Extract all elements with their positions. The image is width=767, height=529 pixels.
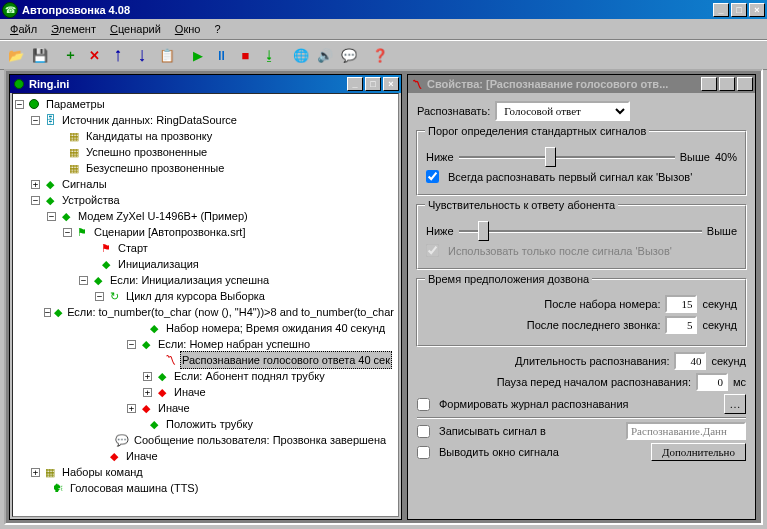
node-candidates[interactable]: ▦Кандидаты на прозвонку: [15, 128, 396, 144]
show-signal-window-checkbox[interactable]: [417, 446, 430, 459]
node-tts[interactable]: 🗣Голосовая машина (TTS): [15, 480, 396, 496]
menu-window[interactable]: Окно: [169, 21, 207, 37]
tool-move-down[interactable]: ⭣: [131, 44, 154, 66]
props-minimize-button[interactable]: _: [701, 77, 717, 91]
sensitivity-slider[interactable]: [459, 221, 702, 241]
props-close-button[interactable]: ×: [737, 77, 753, 91]
after-ring-input[interactable]: [665, 316, 697, 334]
node-cycle[interactable]: −↻Цикл для курсора Выборка: [15, 288, 396, 304]
props-maximize-button[interactable]: □: [719, 77, 735, 91]
tool-chat[interactable]: 💬: [337, 44, 360, 66]
higher-label: Выше: [680, 151, 710, 163]
table-icon: ▦: [67, 145, 81, 159]
node-scenarii[interactable]: −⚑Сценарии [Автопрозвонка.srt]: [15, 224, 396, 240]
tool-stop[interactable]: ■: [234, 44, 257, 66]
node-modem[interactable]: −◆Модем ZyXel U-1496B+ (Пример): [15, 208, 396, 224]
toolbar: 📂 💾 ＋ ✕ ⭡ ⭣ 📋 ▶ ⏸ ■ ⭳ 🌐 🔊 💬 ❓: [0, 40, 767, 70]
expander-icon[interactable]: −: [79, 276, 88, 285]
rec-length-input[interactable]: [674, 352, 706, 370]
expander-icon[interactable]: −: [15, 100, 24, 109]
node-if-answer[interactable]: +◆Если: Абонент поднял трубку: [15, 368, 396, 384]
maximize-button[interactable]: □: [731, 3, 747, 17]
menu-help[interactable]: ?: [208, 21, 226, 37]
tool-globe[interactable]: 🌐: [289, 44, 312, 66]
tool-save[interactable]: 💾: [28, 44, 51, 66]
node-success[interactable]: ▦Успешно прозвоненные: [15, 144, 396, 160]
expander-icon[interactable]: +: [143, 372, 152, 381]
tool-audio[interactable]: 🔊: [313, 44, 336, 66]
menu-scenario[interactable]: Сценарий: [104, 21, 167, 37]
expander-icon[interactable]: −: [127, 340, 136, 349]
write-signal-path: [626, 422, 746, 440]
expander-icon[interactable]: +: [31, 180, 40, 189]
form-log-label: Формировать журнал распознавания: [439, 398, 719, 410]
tool-open[interactable]: 📂: [4, 44, 27, 66]
ring-ini-titlebar[interactable]: Ring.ini _ □ ×: [10, 75, 401, 93]
close-button[interactable]: ×: [749, 3, 765, 17]
expander-icon[interactable]: −: [44, 308, 51, 317]
properties-body: Распознавать: Голосовой ответ Порог опре…: [410, 93, 753, 517]
write-signal-checkbox[interactable]: [417, 425, 430, 438]
node-signals[interactable]: +◆Сигналы: [15, 176, 396, 192]
tool-delete[interactable]: ✕: [83, 44, 106, 66]
ring-close-button[interactable]: ×: [383, 77, 399, 91]
pause-input[interactable]: [696, 373, 728, 391]
after-ring-label: После последнего звонка:: [527, 319, 661, 331]
form-log-checkbox[interactable]: [417, 398, 430, 411]
node-start[interactable]: ⚑Старт: [15, 240, 396, 256]
node-cmdsets[interactable]: +▦Наборы команд: [15, 464, 396, 480]
expander-icon[interactable]: +: [127, 404, 136, 413]
node-init[interactable]: ◆Инициализация: [15, 256, 396, 272]
ring-ini-title: Ring.ini: [29, 78, 347, 90]
minimize-button[interactable]: _: [713, 3, 729, 17]
node-dialset[interactable]: ◆Набор номера; Время ожидания 40 секунд: [15, 320, 396, 336]
threshold-slider[interactable]: [459, 147, 675, 167]
expander-icon[interactable]: −: [31, 116, 40, 125]
menu-file[interactable]: Файл: [4, 21, 43, 37]
window-properties[interactable]: 〽 Свойства: [Распознавание голосового от…: [407, 74, 756, 520]
tool-add[interactable]: ＋: [59, 44, 82, 66]
menu-file-label: айл: [18, 23, 37, 35]
after-dial-input[interactable]: [665, 295, 697, 313]
tool-pause[interactable]: ⏸: [210, 44, 233, 66]
expander-icon[interactable]: +: [143, 388, 152, 397]
expander-icon[interactable]: +: [31, 468, 40, 477]
node-params[interactable]: −Параметры: [15, 96, 396, 112]
tool-move-up[interactable]: ⭡: [107, 44, 130, 66]
node-usermsg[interactable]: 💬Сообщение пользователя: Прозвонка завер…: [15, 432, 396, 448]
tool-copy[interactable]: 📋: [155, 44, 178, 66]
tool-step[interactable]: ⭳: [258, 44, 281, 66]
more-button[interactable]: Дополнительно: [651, 443, 746, 461]
chart-icon: 〽: [410, 77, 424, 91]
tool-about[interactable]: ❓: [368, 44, 391, 66]
node-fail[interactable]: ▦Безуспешно прозвоненные: [15, 160, 396, 176]
window-ring-ini[interactable]: Ring.ini _ □ × −Параметры −🗄Источник дан…: [9, 74, 402, 520]
script-icon: ⚑: [75, 225, 89, 239]
expander-icon[interactable]: −: [31, 196, 40, 205]
expander-icon[interactable]: −: [47, 212, 56, 221]
node-else1[interactable]: +◆Иначе: [15, 384, 396, 400]
node-if-dialed[interactable]: −◆Если: Номер набран успешно: [15, 336, 396, 352]
node-if-init[interactable]: −◆Если: Инициализация успешна: [15, 272, 396, 288]
tree-view[interactable]: −Параметры −🗄Источник данных: RingDataSo…: [12, 93, 399, 517]
expander-icon[interactable]: −: [95, 292, 104, 301]
node-datasource[interactable]: −🗄Источник данных: RingDataSource: [15, 112, 396, 128]
ring-minimize-button[interactable]: _: [347, 77, 363, 91]
group-assume: Время предположения дозвона После набора…: [417, 279, 746, 346]
node-devices[interactable]: −◆Устройства: [15, 192, 396, 208]
node-else3[interactable]: ◆Иначе: [15, 448, 396, 464]
recognize-select[interactable]: Голосовой ответ: [495, 101, 630, 121]
lower-label: Ниже: [426, 151, 454, 163]
tool-run[interactable]: ▶: [186, 44, 209, 66]
menu-element[interactable]: Элемент: [45, 21, 102, 37]
log-browse-button[interactable]: …: [724, 394, 746, 414]
properties-titlebar[interactable]: 〽 Свойства: [Распознавание голосового от…: [408, 75, 755, 93]
node-if-tonum[interactable]: −◆Если: to_number(to_char (now (), "H4")…: [15, 304, 396, 320]
diamond-icon: ◆: [43, 193, 57, 207]
expander-icon[interactable]: −: [63, 228, 72, 237]
node-else2[interactable]: +◆Иначе: [15, 400, 396, 416]
always-first-ring-checkbox[interactable]: [426, 170, 439, 183]
node-recognize[interactable]: 〽Распознавание голосового ответа 40 сек: [15, 352, 396, 368]
node-hangup[interactable]: ◆Положить трубку: [15, 416, 396, 432]
ring-maximize-button[interactable]: □: [365, 77, 381, 91]
